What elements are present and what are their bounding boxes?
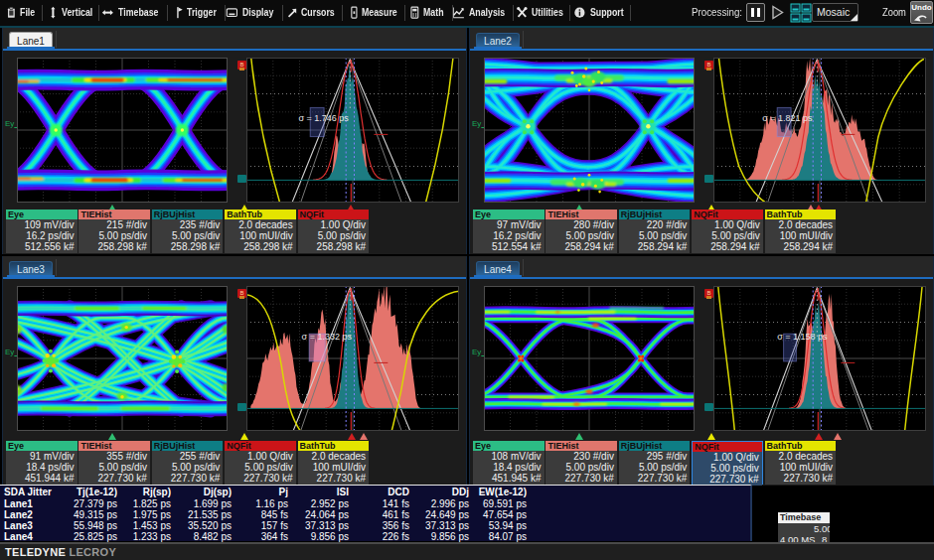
svg-text:σ = 1.158 ps: σ = 1.158 ps — [777, 332, 828, 342]
svg-text:σ = 1.746 ps: σ = 1.746 ps — [298, 113, 349, 123]
svg-text:σ = 1.332 ps: σ = 1.332 ps — [302, 332, 353, 342]
svg-text:σ = 1.821 ps: σ = 1.821 ps — [762, 113, 813, 123]
